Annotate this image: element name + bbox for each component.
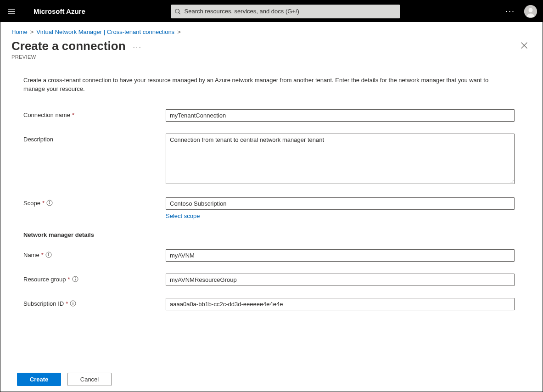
- required-indicator: *: [68, 276, 70, 283]
- svg-rect-5: [49, 202, 50, 204]
- global-search[interactable]: Search resources, services, and docs (G+…: [171, 5, 400, 18]
- connection-name-input[interactable]: [166, 109, 515, 122]
- search-icon: [174, 8, 181, 15]
- info-icon: [72, 276, 78, 282]
- preview-badge: PREVIEW: [0, 53, 543, 60]
- subscription-id-label: Subscription ID *: [23, 298, 166, 307]
- info-icon: [46, 200, 53, 206]
- connection-name-label: Connection name *: [23, 109, 166, 118]
- intro-text: Create a cross-tenant connection to have…: [23, 76, 505, 94]
- topbar-more[interactable]: ···: [503, 5, 518, 18]
- form-area: Create a cross-tenant connection to have…: [0, 60, 543, 367]
- search-placeholder: Search resources, services, and docs (G+…: [185, 8, 299, 15]
- breadcrumb-separator: >: [30, 28, 34, 35]
- svg-point-13: [73, 302, 73, 302]
- subscription-id-info[interactable]: [70, 300, 76, 307]
- svg-rect-8: [48, 254, 49, 256]
- scope-value[interactable]: Contoso Subscription: [166, 197, 515, 210]
- resource-group-input[interactable]: [166, 274, 515, 286]
- svg-point-0: [175, 9, 179, 13]
- resource-group-info[interactable]: [72, 276, 78, 282]
- menu-toggle[interactable]: [0, 0, 22, 22]
- svg-rect-14: [73, 303, 73, 305]
- topbar: Microsoft Azure Search resources, servic…: [0, 0, 543, 22]
- svg-point-4: [49, 201, 50, 202]
- breadcrumb-home[interactable]: Home: [11, 28, 28, 35]
- breadcrumb-separator: >: [177, 28, 181, 35]
- page-header: Create a connection ···: [0, 38, 543, 53]
- create-button[interactable]: Create: [17, 373, 61, 386]
- required-indicator: *: [66, 300, 68, 307]
- resource-group-label: Resource group *: [23, 274, 166, 283]
- select-scope-link[interactable]: Select scope: [166, 213, 200, 219]
- hamburger-icon: [8, 8, 15, 15]
- footer: Create Cancel: [0, 367, 543, 392]
- svg-point-10: [75, 277, 76, 278]
- info-icon: [70, 300, 76, 307]
- close-button[interactable]: [517, 39, 532, 53]
- page-title: Create a connection: [11, 39, 126, 53]
- user-avatar[interactable]: [524, 5, 537, 18]
- cancel-button[interactable]: Cancel: [67, 373, 112, 386]
- info-icon: [45, 252, 52, 258]
- subscription-id-input[interactable]: [166, 298, 515, 310]
- section-heading: Network manager details: [23, 231, 520, 238]
- avatar-icon: [524, 5, 537, 18]
- brand[interactable]: Microsoft Azure: [22, 7, 96, 15]
- description-input[interactable]: [166, 134, 515, 184]
- required-indicator: *: [41, 252, 44, 258]
- required-indicator: *: [42, 200, 45, 207]
- svg-point-2: [528, 8, 532, 12]
- scope-info[interactable]: [46, 200, 53, 206]
- nm-name-input[interactable]: [166, 249, 515, 262]
- scope-label: Scope *: [23, 197, 166, 207]
- page-more[interactable]: ···: [126, 39, 146, 52]
- description-label: Description: [23, 134, 166, 143]
- svg-rect-11: [75, 279, 75, 280]
- breadcrumb-parent[interactable]: Virtual Network Manager | Cross-tenant c…: [36, 28, 174, 35]
- svg-point-7: [48, 253, 49, 254]
- nm-name-label: Name *: [23, 249, 166, 258]
- required-indicator: *: [72, 112, 74, 118]
- breadcrumb: Home > Virtual Network Manager | Cross-t…: [0, 22, 543, 38]
- close-icon: [521, 42, 528, 49]
- nm-name-info[interactable]: [45, 252, 52, 258]
